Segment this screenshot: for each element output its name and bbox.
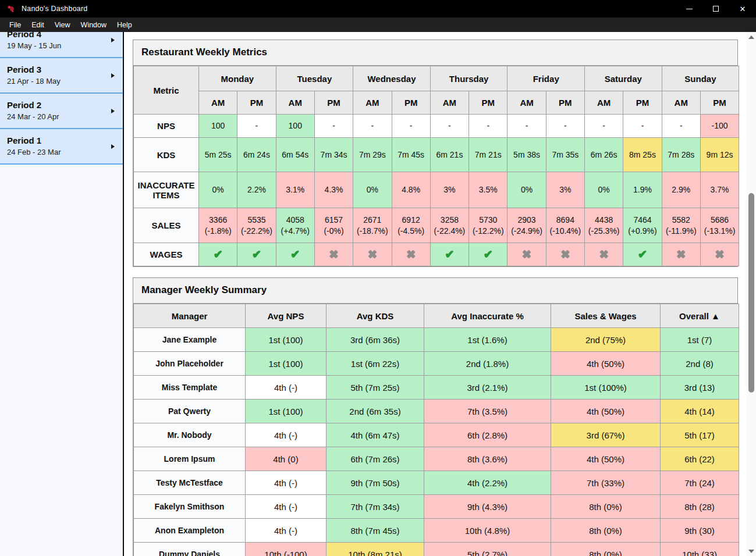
period-label: Period 4	[7, 32, 116, 40]
summary-column-header-avg-inaccurate[interactable]: Avg Inaccurate %	[424, 304, 551, 328]
metric-cell: 6m 26s	[585, 138, 623, 172]
cross-icon: ✖	[406, 248, 416, 261]
expand-arrow-icon[interactable]	[111, 38, 115, 42]
summary-column-header-manager[interactable]: Manager	[134, 304, 246, 328]
saturday-am-header: AM	[585, 91, 623, 115]
manager-row-miss-template: Miss Template4th (-)5th (7m 25s)3rd (2.1…	[134, 376, 739, 400]
metric-cell: 0%	[507, 172, 546, 208]
vertical-scrollbar[interactable]	[747, 32, 756, 556]
summary-cell: 1st (6m 22s)	[326, 352, 424, 376]
metric-cell: 6912 (-4.5%)	[392, 208, 430, 243]
period-label: Period 1	[7, 135, 116, 147]
metric-cell: -	[623, 115, 662, 138]
summary-cell: 10th (4.8%)	[424, 519, 551, 543]
period-date-range: 24 Feb - 23 Mar	[7, 147, 116, 158]
manager-row-anon-exampleton: Anon Exampleton4th (-)8th (7m 45s)10th (…	[134, 519, 739, 543]
metric-cell: -	[585, 115, 623, 138]
check-icon: ✔	[445, 248, 454, 261]
metric-cell: ✖	[662, 243, 700, 266]
sidebar-item-period-2[interactable]: Period 224 Mar - 20 Apr	[0, 94, 123, 129]
manager-name: Pat Qwerty	[134, 400, 246, 423]
summary-cell: 1st (7)	[661, 328, 739, 352]
app-icon	[6, 4, 16, 13]
summary-cell: 8th (0%)	[551, 495, 661, 519]
summary-cell: 8th (0%)	[551, 519, 661, 543]
metric-cell: 0%	[199, 172, 237, 208]
metric-label: INACCURATE ITEMS	[134, 172, 199, 208]
summary-cell: 9th (30)	[661, 519, 739, 543]
manager-name: Lorem Ipsum	[134, 447, 246, 471]
sidebar-item-period-4[interactable]: Period 419 May - 15 Jun	[0, 32, 123, 58]
menu-item-window[interactable]: Window	[76, 19, 112, 31]
metric-cell: 3%	[430, 172, 468, 208]
metric-cell: 2671 (-18.7%)	[353, 208, 392, 243]
scroll-down-button[interactable]	[747, 546, 756, 556]
summary-cell: 7th (33%)	[551, 471, 661, 495]
summary-cell: 2nd (8)	[661, 352, 739, 376]
scrollbar-thumb[interactable]	[748, 193, 754, 393]
scroll-up-button[interactable]	[747, 32, 756, 42]
summary-cell: 7th (24)	[661, 471, 739, 495]
metric-row-wages: WAGES✔✔✔✖✖✖✔✔✖✖✖✔✖✖	[134, 243, 739, 266]
manager-name: Anon Exampleton	[134, 519, 246, 543]
menu-item-file[interactable]: File	[4, 19, 26, 31]
metric-cell: 7m 28s	[662, 138, 700, 172]
manager-name: Fakelyn Smithson	[134, 495, 246, 519]
sidebar-item-period-3[interactable]: Period 321 Apr - 18 May	[0, 58, 123, 94]
menu-item-help[interactable]: Help	[112, 19, 137, 31]
summary-cell: 4th (0)	[246, 447, 326, 471]
window-controls: ✕	[676, 0, 756, 17]
summary-cell: 6th (7m 26s)	[326, 447, 424, 471]
titlebar: Nando's Dashboard ✕	[0, 0, 756, 17]
wednesday-am-header: AM	[353, 91, 392, 115]
metric-label: SALES	[134, 208, 199, 243]
summary-card-title: Manager Weekly Summary	[133, 278, 737, 304]
metric-cell: 7m 21s	[469, 138, 507, 172]
summary-cell: 1st (100)	[246, 328, 326, 352]
metric-cell: ✔	[430, 243, 468, 266]
metric-cell: ✔	[623, 243, 662, 266]
metric-cell: 8694 (-10.4%)	[546, 208, 584, 243]
manager-name: Miss Template	[134, 376, 246, 400]
minimize-button[interactable]	[676, 0, 702, 17]
menu-item-edit[interactable]: Edit	[26, 19, 49, 31]
metric-cell: 9m 12s	[700, 138, 739, 172]
summary-column-header-avg-kds[interactable]: Avg KDS	[326, 304, 424, 328]
metric-cell: -	[662, 115, 700, 138]
friday-am-header: AM	[507, 91, 546, 115]
metric-cell: 4058 (+4.7%)	[276, 208, 314, 243]
triangle-down-icon	[748, 550, 754, 553]
menu-item-view[interactable]: View	[49, 19, 76, 31]
maximize-button[interactable]	[702, 0, 729, 17]
expand-arrow-icon[interactable]	[111, 144, 115, 149]
summary-column-header-overall[interactable]: Overall ▲	[661, 304, 739, 328]
expand-arrow-icon[interactable]	[111, 109, 115, 113]
period-date-range: 24 Mar - 20 Apr	[7, 111, 116, 122]
check-icon: ✔	[638, 248, 647, 261]
summary-cell: 9th (7m 50s)	[326, 471, 424, 495]
summary-cell: 1st (100)	[246, 352, 326, 376]
metric-cell: 0%	[585, 172, 623, 208]
metric-cell: 0%	[353, 172, 392, 208]
manager-row-lorem-ipsum: Lorem Ipsum4th (0)6th (7m 26s)8th (3.6%)…	[134, 447, 739, 471]
thursday-am-header: AM	[430, 91, 468, 115]
close-button[interactable]: ✕	[729, 0, 756, 17]
metric-cell: 1.9%	[623, 172, 662, 208]
summary-column-header-avg-nps[interactable]: Avg NPS	[246, 304, 326, 328]
metric-row-nps: NPS100-100-----------100	[134, 115, 739, 138]
manager-row-jane-example: Jane Example1st (100)3rd (6m 36s)1st (1.…	[134, 328, 739, 352]
metric-cell: ✖	[353, 243, 392, 266]
metric-cell: -100	[700, 115, 739, 138]
sidebar-item-period-1[interactable]: Period 124 Feb - 23 Mar	[0, 129, 123, 165]
metric-cell: 2.9%	[662, 172, 700, 208]
summary-cell: 3rd (6m 36s)	[326, 328, 424, 352]
expand-arrow-icon[interactable]	[111, 73, 115, 78]
summary-column-header-sales-wages[interactable]: Sales & Wages	[551, 304, 661, 328]
metric-cell: 4438 (-25.3%)	[585, 208, 623, 243]
metric-cell: 6m 54s	[276, 138, 314, 172]
day-header-friday: Friday	[507, 66, 585, 91]
metric-cell: ✖	[314, 243, 353, 266]
summary-cell: 3rd (13)	[661, 376, 739, 400]
summary-card: Manager Weekly Summary ManagerAvg NPSAvg…	[133, 277, 738, 556]
cross-icon: ✖	[368, 248, 377, 261]
